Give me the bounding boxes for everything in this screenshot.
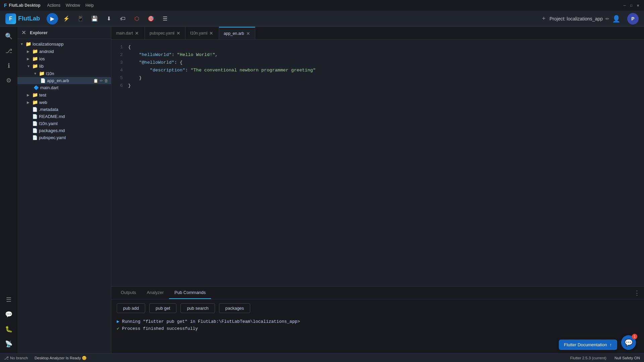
tree-item-main-dart[interactable]: 🔷 main.dart [17,84,111,91]
logo-text: FlutLab [18,15,40,22]
sidebar-icon-git[interactable]: ⎇ [2,44,15,58]
tree-item-ios[interactable]: ▶ 📁 ios [17,55,111,62]
panel-menu-button[interactable]: ⋮ [634,289,640,297]
close-button[interactable]: ✕ [636,3,640,7]
edit-project-button[interactable]: ✏ [605,16,609,21]
chat-button[interactable]: 💬 1 [621,335,636,350]
git-branch[interactable]: ⎇ No branch [4,356,28,360]
tab-main-dart-close[interactable]: ✕ [135,31,139,36]
tree-item-lib[interactable]: ▼ 📁 lib [17,62,111,70]
tree-item-packages-md[interactable]: ▶ 📄 packages.md [17,127,111,134]
flutter-documentation-button[interactable]: Flutter Documentation ↑ [559,340,617,350]
branch-label: No branch [10,356,28,360]
sidebar-icon-settings[interactable]: ⚙ [2,74,15,87]
tree-item-l10n[interactable]: ▼ 📁 l10n [17,70,111,77]
tree-item-android[interactable]: ▶ 📁 android [17,48,111,55]
panel-tab-pub-commands[interactable]: Pub Commands [169,287,211,299]
tab-pubspec-yaml[interactable]: pubspec.yaml ✕ [145,27,185,39]
code-content-4: "description": "The conventional newborn… [128,67,316,74]
metadata-label: .metadata [39,107,58,112]
panel-tab-pub-commands-label: Pub Commands [174,290,206,295]
file-action-copy[interactable]: 📋 [93,78,98,83]
tab-l10n-yaml-label: l10n.yaml [190,31,207,36]
tree-item-root[interactable]: ▼ 📁 localizationsapp [17,40,111,48]
maximize-button[interactable]: □ [629,3,633,7]
root-folder-label: localizationsapp [33,42,64,47]
tree-item-l10n-yaml[interactable]: ▶ 📄 l10n.yaml [17,120,111,127]
tree-item-app-en-arb[interactable]: 📄 app_en.arb 📋 ✏ 🗑 [17,77,111,84]
menu-window[interactable]: Window [66,3,80,8]
packagesmd-spacer: ▶ [27,129,31,132]
file-actions: 📋 ✏ 🗑 [93,78,108,83]
packages-button[interactable]: packages [219,303,251,313]
tab-pubspec-yaml-close[interactable]: ✕ [176,31,180,36]
sidebar-icon-info[interactable]: ℹ [2,59,15,72]
explorer-header: ✕ Explorer [17,27,111,39]
flutter-doc-label: Flutter Documentation [564,342,607,347]
file-tree: ▼ 📁 localizationsapp ▶ 📁 android ▶ 📁 ios… [17,39,111,353]
save-button[interactable]: 💾 [89,13,100,24]
tab-app-en-arb-close[interactable]: ✕ [246,31,250,36]
lightning-button[interactable]: ⚡ [61,13,72,24]
pubspecyaml-spacer: ▶ [27,136,31,139]
pub-get-button[interactable]: pub get [149,303,176,313]
sidebar-icon-rss[interactable]: 📡 [2,337,15,351]
tree-item-metadata[interactable]: ▶ 📄 .metadata [17,106,111,113]
file-explorer: ✕ Explorer ▼ 📁 localizationsapp ▶ 📁 andr… [17,27,111,353]
tag-button[interactable]: 🏷 [117,13,128,24]
l10nyaml-spacer: ▶ [27,122,31,125]
status-bar: ⎇ No branch Desktop Analyzer Is Ready 😊 … [0,353,644,362]
avatar-letter: P [631,16,634,21]
panel-tab-analyzer[interactable]: Analyzer [142,287,169,299]
sidebar-icon-chat[interactable]: 💬 [2,308,15,321]
minimize-button[interactable]: ─ [623,3,627,7]
readme-label: README.md [39,114,65,119]
person-button[interactable]: 👤 [612,15,621,23]
success-check-icon: ✔ [117,325,119,333]
explorer-close-button[interactable]: ✕ [21,29,26,36]
tree-item-pubspec-yaml[interactable]: ▶ 📄 pubspec.yaml [17,134,111,141]
file-action-rename[interactable]: ✏ [100,78,103,83]
pub-search-button[interactable]: pub search [180,303,215,313]
tree-item-readme[interactable]: ▶ 📄 README.md [17,113,111,120]
menu-button[interactable]: ☰ [159,13,171,24]
l10n-arrow: ▼ [34,72,38,75]
editor-area: main.dart ✕ pubspec.yaml ✕ l10n.yaml ✕ a… [111,27,644,353]
sidebar-icon-list[interactable]: ☰ [2,293,15,306]
tab-app-en-arb[interactable]: app_en.arb ✕ [219,27,255,39]
code-editor[interactable]: 1 { 2 "helloWorld": "Hello World!", 3 "@… [111,40,644,286]
record-button[interactable]: ⬡ [131,13,143,24]
add-project-button[interactable]: + [542,15,546,22]
user-avatar[interactable]: P [627,13,639,24]
sidebar-icon-search[interactable]: 🔍 [2,29,15,43]
target-button[interactable]: 🎯 [145,13,157,24]
panel-tab-outputs[interactable]: Outputs [115,287,142,299]
app-title: FlutLab Desktop [9,3,41,8]
sidebar-icon-bug[interactable]: 🐛 [2,322,15,336]
download-button[interactable]: ⬇ [103,13,114,24]
tab-l10n-yaml-close[interactable]: ✕ [209,31,213,36]
main-content: 🔍 ⎇ ℹ ⚙ ☰ 💬 🐛 📡 ✕ Explorer ▼ 📁 localizat… [0,27,644,353]
tab-app-en-arb-label: app_en.arb [224,31,244,36]
arb-file-icon: 📄 [40,78,46,83]
tree-item-web[interactable]: ▶ 📁 web [17,99,111,106]
code-content-5: } [128,74,142,82]
tab-main-dart[interactable]: main.dart ✕ [111,27,145,39]
tab-l10n-yaml[interactable]: l10n.yaml ✕ [185,27,219,39]
file-action-delete[interactable]: 🗑 [104,78,108,83]
readme-spacer: ▶ [27,115,31,118]
play-button[interactable]: ▶ [47,13,58,24]
code-line-5: 5 } [111,74,644,82]
tree-item-test[interactable]: ▶ 📁 test [17,91,111,99]
metadata-spacer: ▶ [27,108,31,111]
line-num-6: 6 [111,82,128,90]
menu-actions[interactable]: Actions [47,3,60,8]
cmd-arrow-icon: ▶ [117,318,119,325]
code-content-6: } [128,82,131,90]
pub-add-button[interactable]: pub add [117,303,145,313]
project-title-label: Project: localizations_app [549,16,603,21]
code-line-3: 3 "@helloWorld": { [111,59,644,67]
menu-help[interactable]: Help [86,3,94,8]
console-line-1: ▶ Running "flutter pub get" in FlutLab:\… [117,318,639,325]
device-button[interactable]: 📱 [75,13,86,24]
